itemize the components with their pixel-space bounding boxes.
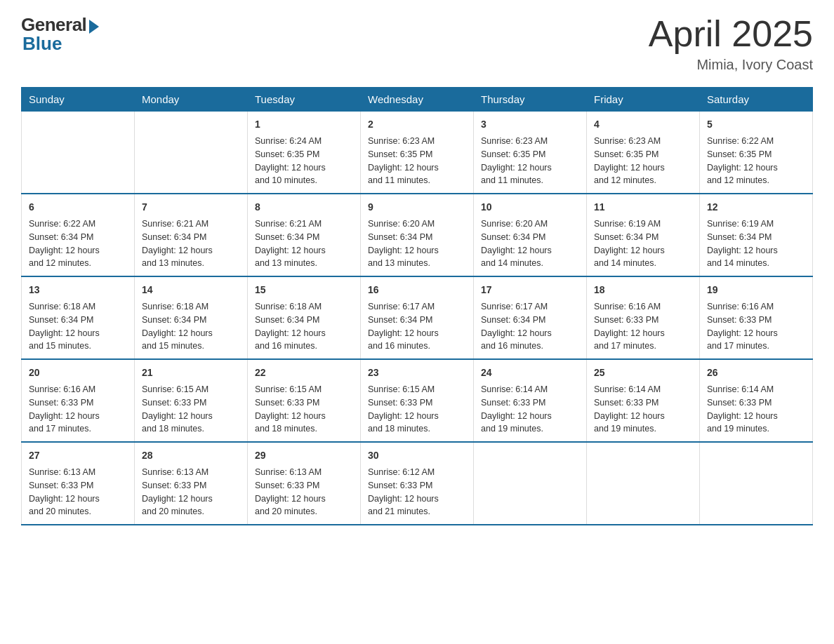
day-info: Sunrise: 6:16 AM Sunset: 6:33 PM Dayligh… bbox=[707, 300, 805, 353]
calendar-cell: 29Sunrise: 6:13 AM Sunset: 6:33 PM Dayli… bbox=[248, 442, 361, 525]
day-number: 20 bbox=[29, 365, 127, 380]
day-number: 14 bbox=[142, 283, 240, 297]
day-info: Sunrise: 6:22 AM Sunset: 6:34 PM Dayligh… bbox=[29, 217, 127, 270]
calendar-cell: 22Sunrise: 6:15 AM Sunset: 6:33 PM Dayli… bbox=[248, 359, 361, 442]
day-number: 5 bbox=[707, 117, 805, 132]
day-number: 25 bbox=[594, 365, 692, 380]
day-number: 22 bbox=[255, 365, 353, 380]
calendar-cell: 2Sunrise: 6:23 AM Sunset: 6:35 PM Daylig… bbox=[361, 112, 474, 194]
day-info: Sunrise: 6:14 AM Sunset: 6:33 PM Dayligh… bbox=[594, 383, 692, 436]
day-number: 24 bbox=[481, 365, 579, 380]
calendar-cell: 8Sunrise: 6:21 AM Sunset: 6:34 PM Daylig… bbox=[248, 194, 361, 276]
calendar-cell: 24Sunrise: 6:14 AM Sunset: 6:33 PM Dayli… bbox=[474, 359, 587, 442]
day-number: 3 bbox=[481, 117, 579, 132]
day-info: Sunrise: 6:21 AM Sunset: 6:34 PM Dayligh… bbox=[255, 217, 353, 270]
location-subtitle: Mimia, Ivory Coast bbox=[649, 57, 813, 73]
day-number: 8 bbox=[255, 200, 353, 215]
calendar-cell: 15Sunrise: 6:18 AM Sunset: 6:34 PM Dayli… bbox=[248, 276, 361, 359]
calendar-week-row: 13Sunrise: 6:18 AM Sunset: 6:34 PM Dayli… bbox=[22, 276, 813, 359]
calendar-cell bbox=[135, 112, 248, 194]
calendar-cell: 14Sunrise: 6:18 AM Sunset: 6:34 PM Dayli… bbox=[135, 276, 248, 359]
calendar-cell bbox=[22, 112, 135, 194]
day-number: 15 bbox=[255, 283, 353, 297]
day-number: 4 bbox=[594, 117, 692, 132]
calendar-cell: 21Sunrise: 6:15 AM Sunset: 6:33 PM Dayli… bbox=[135, 359, 248, 442]
calendar-cell: 10Sunrise: 6:20 AM Sunset: 6:34 PM Dayli… bbox=[474, 194, 587, 276]
day-info: Sunrise: 6:23 AM Sunset: 6:35 PM Dayligh… bbox=[594, 135, 692, 187]
day-number: 9 bbox=[368, 200, 466, 215]
calendar-cell: 11Sunrise: 6:19 AM Sunset: 6:34 PM Dayli… bbox=[587, 194, 700, 276]
logo-blue-text: Blue bbox=[22, 33, 62, 55]
calendar-cell: 19Sunrise: 6:16 AM Sunset: 6:33 PM Dayli… bbox=[700, 276, 813, 359]
day-number: 7 bbox=[142, 200, 240, 215]
day-number: 10 bbox=[481, 200, 579, 215]
day-info: Sunrise: 6:13 AM Sunset: 6:33 PM Dayligh… bbox=[142, 466, 240, 518]
weekday-header-saturday: Saturday bbox=[700, 88, 813, 112]
day-info: Sunrise: 6:16 AM Sunset: 6:33 PM Dayligh… bbox=[29, 383, 127, 436]
calendar-cell: 28Sunrise: 6:13 AM Sunset: 6:33 PM Dayli… bbox=[135, 442, 248, 525]
calendar-cell: 17Sunrise: 6:17 AM Sunset: 6:34 PM Dayli… bbox=[474, 276, 587, 359]
day-number: 21 bbox=[142, 365, 240, 380]
day-number: 19 bbox=[707, 283, 805, 297]
calendar-week-row: 20Sunrise: 6:16 AM Sunset: 6:33 PM Dayli… bbox=[22, 359, 813, 442]
day-info: Sunrise: 6:24 AM Sunset: 6:35 PM Dayligh… bbox=[255, 135, 353, 187]
calendar-cell: 1Sunrise: 6:24 AM Sunset: 6:35 PM Daylig… bbox=[248, 112, 361, 194]
logo: General Blue bbox=[21, 14, 99, 55]
day-number: 28 bbox=[142, 448, 240, 463]
calendar-cell: 23Sunrise: 6:15 AM Sunset: 6:33 PM Dayli… bbox=[361, 359, 474, 442]
day-info: Sunrise: 6:19 AM Sunset: 6:34 PM Dayligh… bbox=[594, 217, 692, 270]
day-info: Sunrise: 6:16 AM Sunset: 6:33 PM Dayligh… bbox=[594, 300, 692, 353]
day-info: Sunrise: 6:13 AM Sunset: 6:33 PM Dayligh… bbox=[255, 466, 353, 518]
day-info: Sunrise: 6:21 AM Sunset: 6:34 PM Dayligh… bbox=[142, 217, 240, 270]
day-number: 30 bbox=[368, 448, 466, 463]
calendar-cell bbox=[700, 442, 813, 525]
weekday-header-wednesday: Wednesday bbox=[361, 88, 474, 112]
weekday-header-friday: Friday bbox=[587, 88, 700, 112]
day-number: 11 bbox=[594, 200, 692, 215]
calendar-cell: 16Sunrise: 6:17 AM Sunset: 6:34 PM Dayli… bbox=[361, 276, 474, 359]
day-number: 6 bbox=[29, 200, 127, 215]
day-info: Sunrise: 6:15 AM Sunset: 6:33 PM Dayligh… bbox=[255, 383, 353, 436]
calendar-cell: 26Sunrise: 6:14 AM Sunset: 6:33 PM Dayli… bbox=[700, 359, 813, 442]
weekday-header-thursday: Thursday bbox=[474, 88, 587, 112]
day-info: Sunrise: 6:23 AM Sunset: 6:35 PM Dayligh… bbox=[368, 135, 466, 187]
calendar-cell: 9Sunrise: 6:20 AM Sunset: 6:34 PM Daylig… bbox=[361, 194, 474, 276]
day-info: Sunrise: 6:18 AM Sunset: 6:34 PM Dayligh… bbox=[255, 300, 353, 353]
calendar-cell: 12Sunrise: 6:19 AM Sunset: 6:34 PM Dayli… bbox=[700, 194, 813, 276]
day-info: Sunrise: 6:13 AM Sunset: 6:33 PM Dayligh… bbox=[29, 466, 127, 518]
calendar-cell: 3Sunrise: 6:23 AM Sunset: 6:35 PM Daylig… bbox=[474, 112, 587, 194]
logo-arrow-icon bbox=[89, 20, 99, 34]
weekday-header-monday: Monday bbox=[135, 88, 248, 112]
day-number: 1 bbox=[255, 117, 353, 132]
day-number: 18 bbox=[594, 283, 692, 297]
day-info: Sunrise: 6:18 AM Sunset: 6:34 PM Dayligh… bbox=[29, 300, 127, 353]
calendar-cell: 20Sunrise: 6:16 AM Sunset: 6:33 PM Dayli… bbox=[22, 359, 135, 442]
day-info: Sunrise: 6:15 AM Sunset: 6:33 PM Dayligh… bbox=[368, 383, 466, 436]
calendar-week-row: 27Sunrise: 6:13 AM Sunset: 6:33 PM Dayli… bbox=[22, 442, 813, 525]
day-number: 13 bbox=[29, 283, 127, 297]
calendar-cell bbox=[474, 442, 587, 525]
day-info: Sunrise: 6:23 AM Sunset: 6:35 PM Dayligh… bbox=[481, 135, 579, 187]
day-info: Sunrise: 6:14 AM Sunset: 6:33 PM Dayligh… bbox=[481, 383, 579, 436]
day-info: Sunrise: 6:14 AM Sunset: 6:33 PM Dayligh… bbox=[707, 383, 805, 436]
day-info: Sunrise: 6:17 AM Sunset: 6:34 PM Dayligh… bbox=[368, 300, 466, 353]
day-info: Sunrise: 6:22 AM Sunset: 6:35 PM Dayligh… bbox=[707, 135, 805, 187]
calendar-cell: 7Sunrise: 6:21 AM Sunset: 6:34 PM Daylig… bbox=[135, 194, 248, 276]
day-number: 27 bbox=[29, 448, 127, 463]
day-info: Sunrise: 6:12 AM Sunset: 6:33 PM Dayligh… bbox=[368, 466, 466, 518]
calendar-cell: 4Sunrise: 6:23 AM Sunset: 6:35 PM Daylig… bbox=[587, 112, 700, 194]
month-title: April 2025 bbox=[649, 14, 813, 54]
day-number: 12 bbox=[707, 200, 805, 215]
weekday-header-sunday: Sunday bbox=[22, 88, 135, 112]
day-number: 17 bbox=[481, 283, 579, 297]
day-info: Sunrise: 6:18 AM Sunset: 6:34 PM Dayligh… bbox=[142, 300, 240, 353]
title-area: April 2025 Mimia, Ivory Coast bbox=[649, 14, 813, 73]
calendar-header-row: SundayMondayTuesdayWednesdayThursdayFrid… bbox=[22, 88, 813, 112]
calendar-cell: 18Sunrise: 6:16 AM Sunset: 6:33 PM Dayli… bbox=[587, 276, 700, 359]
page-header: General Blue April 2025 Mimia, Ivory Coa… bbox=[21, 14, 813, 73]
day-info: Sunrise: 6:20 AM Sunset: 6:34 PM Dayligh… bbox=[368, 217, 466, 270]
weekday-header-tuesday: Tuesday bbox=[248, 88, 361, 112]
calendar-cell: 6Sunrise: 6:22 AM Sunset: 6:34 PM Daylig… bbox=[22, 194, 135, 276]
day-number: 16 bbox=[368, 283, 466, 297]
calendar-week-row: 1Sunrise: 6:24 AM Sunset: 6:35 PM Daylig… bbox=[22, 112, 813, 194]
